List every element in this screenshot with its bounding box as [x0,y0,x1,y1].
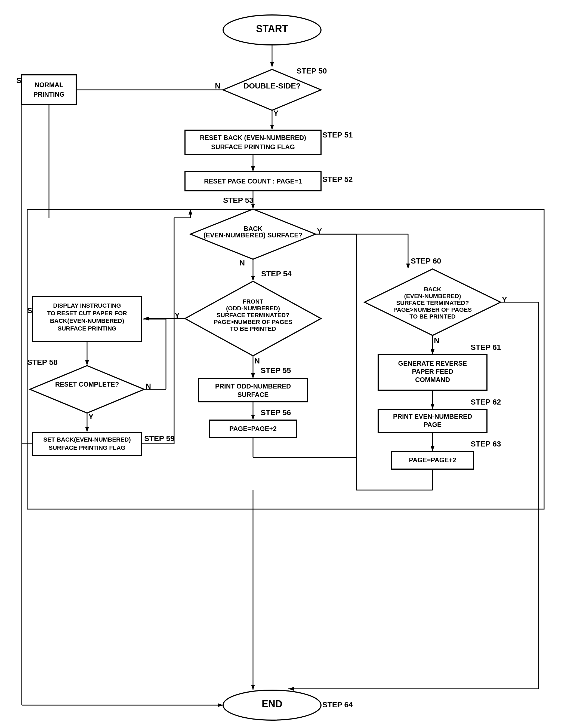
svg-text:N: N [215,82,220,90]
svg-text:STEP 51: STEP 51 [322,131,353,139]
svg-text:SURFACE PRINTING FLAG: SURFACE PRINTING FLAG [49,444,126,451]
svg-text:PRINT EVEN-NUMBERED: PRINT EVEN-NUMBERED [393,413,472,420]
svg-text:PAPER FEED: PAPER FEED [412,368,453,375]
svg-text:PAGE>NUMBER OF PAGES: PAGE>NUMBER OF PAGES [214,318,292,326]
svg-text:STEP 61: STEP 61 [471,343,501,352]
svg-text:STEP 50: STEP 50 [297,67,327,75]
svg-text:SURFACE TERMINATED?: SURFACE TERMINATED? [396,300,469,306]
svg-text:(ODD-NUMBERED): (ODD-NUMBERED) [226,305,280,312]
svg-text:DOUBLE-SIDE?: DOUBLE-SIDE? [244,82,301,90]
svg-text:PAGE=PAGE+2: PAGE=PAGE+2 [409,456,456,464]
svg-rect-90 [22,75,76,105]
svg-text:SURFACE TERMINATED?: SURFACE TERMINATED? [217,312,289,318]
svg-text:END: END [262,698,282,709]
svg-text:PAGE: PAGE [423,421,442,428]
svg-text:N: N [434,336,439,345]
svg-text:(EVEN-NUMBERED) SURFACE?: (EVEN-NUMBERED) SURFACE? [203,231,303,239]
svg-text:TO BE PRINTED: TO BE PRINTED [230,326,276,332]
svg-text:DISPLAY INSTRUCTING: DISPLAY INSTRUCTING [53,302,121,309]
svg-text:N: N [254,357,260,365]
svg-text:STEP 63: STEP 63 [471,440,501,448]
svg-text:(EVEN-NUMBERED): (EVEN-NUMBERED) [404,293,461,300]
svg-text:PRINTING: PRINTING [33,90,65,98]
svg-text:STEP 58: STEP 58 [27,358,58,366]
svg-text:TO BE PRINTED: TO BE PRINTED [409,313,456,320]
svg-text:START: START [256,23,288,34]
svg-text:FRONT: FRONT [243,298,263,305]
svg-text:COMMAND: COMMAND [415,376,450,383]
svg-rect-79 [33,432,141,456]
svg-text:SURFACE: SURFACE [238,391,269,398]
svg-text:Y: Y [273,109,279,118]
svg-text:STEP 62: STEP 62 [471,398,501,406]
svg-text:STEP 64: STEP 64 [322,701,353,709]
svg-text:RESET COMPLETE?: RESET COMPLETE? [55,381,119,388]
svg-text:BACK(EVEN-NUMBERED): BACK(EVEN-NUMBERED) [50,317,124,324]
svg-text:NORMAL: NORMAL [34,81,63,88]
svg-text:STEP 56: STEP 56 [260,408,291,417]
svg-text:GENERATE REVERSE: GENERATE REVERSE [398,360,467,367]
svg-text:SURFACE PRINTING FLAG: SURFACE PRINTING FLAG [211,143,295,151]
svg-text:PAGE>NUMBER OF PAGES: PAGE>NUMBER OF PAGES [393,306,472,313]
svg-text:BACK: BACK [244,225,263,232]
diagram-container: START STEP 50 DOUBLE-SIDE? N Y STEP 51 R… [0,0,580,728]
svg-text:N: N [240,259,245,267]
svg-text:SURFACE PRINTING: SURFACE PRINTING [58,325,116,332]
svg-text:BACK: BACK [424,286,441,293]
svg-text:RESET BACK (EVEN-NUMBERED): RESET BACK (EVEN-NUMBERED) [200,134,306,141]
svg-text:PRINT ODD-NUMBERED: PRINT ODD-NUMBERED [215,383,291,390]
svg-text:PAGE=PAGE+2: PAGE=PAGE+2 [229,425,277,432]
svg-text:RESET PAGE COUNT : PAGE=1: RESET PAGE COUNT : PAGE=1 [204,178,302,185]
svg-text:STEP 53: STEP 53 [223,196,253,205]
svg-text:Y: Y [88,413,93,421]
svg-text:STEP 59: STEP 59 [144,434,175,443]
svg-text:STEP 55: STEP 55 [260,366,291,374]
svg-rect-46 [199,379,307,402]
svg-text:STEP 52: STEP 52 [322,175,353,183]
svg-text:STEP 60: STEP 60 [411,257,441,265]
svg-text:STEP 54: STEP 54 [261,269,292,278]
svg-text:SET BACK(EVEN-NUMBERED): SET BACK(EVEN-NUMBERED) [43,436,131,443]
svg-text:TO RESET CUT PAPER FOR: TO RESET CUT PAPER FOR [47,310,127,317]
